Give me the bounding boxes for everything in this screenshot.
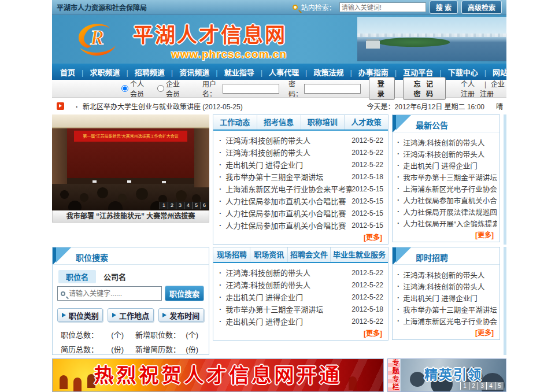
nav-item[interactable]: 求职频道 (75, 66, 120, 77)
tab[interactable]: 工作动态 (213, 115, 257, 130)
weather: 晴 (496, 101, 503, 111)
filter-label: 发布时间 (169, 310, 199, 321)
notice-item-link[interactable]: 人力社保局参加市直机关小合唱比赛 (397, 194, 497, 206)
news-title-link[interactable]: 汪鸿涛:科技创新的带头人 (225, 135, 352, 146)
notice-item-link[interactable]: 汪鸿涛:科技创新的带头人 (397, 136, 497, 148)
forgot-password-button[interactable]: 忘 记 密 码 (403, 77, 446, 100)
slideshow-caption[interactable]: 我市部署 “江苏技能状元” 大赛常州选拔赛 (52, 210, 209, 223)
more-link[interactable]: [更多] (213, 231, 388, 244)
tab[interactable]: 人才政策 (345, 115, 388, 130)
news-title-link[interactable]: 人力社保局参加市直机关小合唱比赛 (225, 195, 352, 206)
special-column-label[interactable]: 专题专栏 (388, 359, 401, 391)
nav-item[interactable]: 招聘频道 (120, 66, 164, 77)
more-link[interactable]: [更多] (393, 327, 500, 339)
filter-button[interactable]: 职位类别 (57, 308, 103, 322)
tab-position-name[interactable]: 职位名 (58, 270, 96, 283)
job-keyword-field-wrap (57, 286, 162, 301)
company-member-radio[interactable] (157, 85, 164, 92)
news-item: 汪鸿涛:科技创新的带头人 2012-5-22 (219, 134, 383, 146)
celebration-banner[interactable]: 热烈祝贺人才信息网开通 (52, 358, 384, 392)
instant-item-link[interactable]: 我市举办第十三期金平湖讲坛 (397, 304, 497, 315)
news-date: 2012-5-22 (352, 149, 383, 157)
nav-item[interactable]: 办事指南 (343, 66, 388, 77)
filter-button[interactable]: 发布时间 (158, 308, 204, 322)
filter-button[interactable]: 工作地点 (108, 308, 153, 322)
news-title-link[interactable]: 我市举办第十三期金平湖讲坛 (225, 304, 352, 315)
notice-item-link[interactable]: 人力社保局开展“入企锻炼提素质” (397, 217, 497, 229)
tab[interactable]: 现场招聘 (213, 247, 250, 262)
news-title-link[interactable]: 人力社保局参加市直机关小合唱比赛 (225, 208, 352, 219)
instant-item-link[interactable]: 上海浦东新区光电子行业协会来平考 (397, 315, 497, 327)
password-field[interactable] (304, 84, 361, 94)
recruit-news-tabs: 现场招聘职场资讯招聘会文件毕业生就业服务 (213, 247, 388, 263)
banner-page-button[interactable]: 1 (460, 382, 469, 390)
nav-item[interactable]: 互动平台 (388, 66, 433, 77)
tab-company-name[interactable]: 公司名 (96, 270, 134, 283)
username-field[interactable] (223, 84, 279, 94)
work-news-list: 汪鸿涛:科技创新的带头人 2012-5-22 汪鸿涛:科技创新的带头人 2012… (213, 131, 388, 231)
decorative-right-bar (504, 247, 506, 355)
more-link[interactable]: [更多] (213, 327, 388, 340)
more-link[interactable]: [更多] (393, 229, 500, 242)
cityscape-island (378, 38, 450, 46)
slideshow-page-button[interactable]: 1 (160, 202, 168, 209)
stat-value: (份) (111, 343, 124, 354)
nav-item[interactable]: 首页 (60, 66, 75, 77)
slideshow-page-button[interactable]: 6 (200, 202, 208, 209)
tab[interactable]: 职场资讯 (250, 247, 287, 262)
notice-item-link[interactable]: 走出机关门 进得企业门 (397, 160, 497, 171)
banner-page-button[interactable]: 5 (495, 382, 504, 390)
slideshow-page-button[interactable]: 2 (168, 202, 176, 209)
news-title-link[interactable]: 汪鸿涛:科技创新的带头人 (225, 279, 352, 290)
notice-item-link[interactable]: 我市举办第十三期金平湖讲坛 (397, 171, 497, 183)
tab[interactable]: 招聘会文件 (288, 247, 331, 262)
news-title-link[interactable]: 上海浦东新区光电子行业协会来平考察 (225, 183, 352, 194)
login-button[interactable]: 登 录 (369, 77, 395, 100)
nav-item[interactable]: 网站地图 (478, 66, 523, 77)
slideshow-page-button[interactable]: 5 (192, 202, 200, 209)
news-title-link[interactable]: 走出机关门 进得企业门 (225, 316, 352, 327)
tab[interactable]: 职称培训 (301, 115, 345, 130)
announcement-link[interactable]: 新北区举办大学生创业与就业政策讲座 (2012-05-25) (76, 101, 243, 111)
job-search-button[interactable]: 职位搜索 (165, 286, 204, 301)
banner-page-button[interactable]: 3 (478, 382, 486, 390)
notice-item-link[interactable]: 汪鸿涛:科技创新的带头人 (397, 148, 497, 160)
news-title-link[interactable]: 汪鸿涛:科技创新的带头人 (225, 267, 352, 278)
banner-page-button[interactable]: 2 (469, 382, 478, 390)
company-register-link[interactable]: 企业注册 (480, 79, 506, 98)
tab[interactable]: 招考信息 (257, 115, 301, 130)
tab[interactable]: 毕业生就业服务 (331, 247, 388, 262)
news-title-link[interactable]: 走出机关门 进得企业门 (225, 291, 352, 302)
nav-item[interactable]: 人事代理 (254, 66, 299, 77)
instant-item-link[interactable]: 汪鸿涛:科技创新的带头人 (397, 280, 497, 292)
notice-item-link[interactable]: 上海浦东新区光电子行业协会来平考 (397, 183, 497, 194)
slideshow-page-button[interactable]: 4 (184, 202, 192, 209)
news-date: 2012-5-15 (352, 197, 383, 205)
slideshow-photo[interactable]: 第一届“江苏技能状元”大赛常州选拔赛工作会扩大会议 123456 (52, 114, 209, 210)
advanced-search-button[interactable]: 高级检索 (461, 1, 502, 14)
elite-banner-photo[interactable]: 精英引领 12345 (401, 359, 506, 391)
personal-register-link[interactable]: 个人注册 (461, 79, 480, 98)
nav-item[interactable]: 政策法规 (299, 66, 343, 77)
news-title-link[interactable]: 走出机关门 进得企业门 (225, 159, 352, 170)
job-filters: 职位类别 工作地点 发布时间 (57, 308, 204, 322)
banner-page-button[interactable]: 4 (486, 382, 495, 390)
news-title-link[interactable]: 汪鸿涛:科技创新的带头人 (225, 147, 352, 158)
site-search-input[interactable] (339, 2, 426, 12)
personal-member-radio[interactable] (121, 85, 128, 92)
news-title-link[interactable]: 我市举办第十三期金平湖讲坛 (225, 171, 352, 182)
news-title-link[interactable]: 人力社保局参加市直机关小合唱比赛 (225, 220, 352, 231)
nav-item[interactable]: 下载中心 (433, 66, 478, 77)
slideshow-page-button[interactable]: 3 (176, 202, 184, 209)
nav-item[interactable]: 资讯频道 (165, 66, 209, 77)
instant-item-link[interactable]: 汪鸿涛:科技创新的带头人 (397, 269, 497, 280)
instant-item-link[interactable]: 走出机关门 进得企业门 (397, 292, 497, 304)
nav-item[interactable]: 就业指导 (209, 66, 254, 77)
company-member-label: 企业会员 (166, 79, 185, 98)
search-button[interactable]: 搜 索 (430, 1, 458, 14)
recruit-news-list: 汪鸿涛:科技创新的带头人 2012-5-22 汪鸿涛:科技创新的带头人 2012… (213, 263, 388, 327)
job-keyword-input[interactable] (69, 290, 161, 298)
photo-papers (92, 180, 97, 183)
stat-label: 新增简历数： (135, 343, 180, 354)
notice-item-link[interactable]: 人力社保局开展法律法规巡回培训 (397, 206, 497, 217)
